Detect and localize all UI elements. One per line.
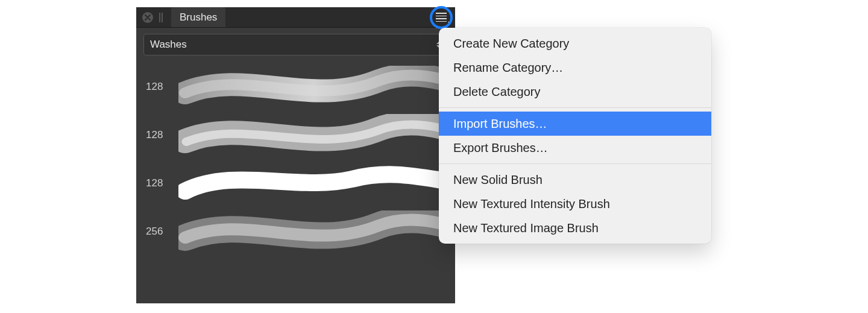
brush-list: 128 128 [136, 60, 455, 303]
menu-item-rename-category[interactable]: Rename Category… [439, 55, 711, 80]
menu-item-create-category[interactable]: Create New Category [439, 31, 711, 55]
brush-size-label: 256 [146, 226, 171, 238]
brush-size-label: 128 [146, 177, 171, 189]
brushes-panel: Brushes Washes 128 [136, 7, 455, 303]
brush-size-label: 128 [146, 81, 171, 93]
menu-item-new-textured-intensity-brush[interactable]: New Textured Intensity Brush [439, 192, 711, 216]
category-selected-label: Washes [150, 39, 187, 51]
tab-label: Brushes [180, 11, 217, 24]
drag-handle-icon[interactable] [159, 13, 165, 22]
menu-item-delete-category[interactable]: Delete Category [439, 80, 711, 104]
menu-item-export-brushes[interactable]: Export Brushes… [439, 136, 711, 160]
brush-row[interactable]: 256 [136, 207, 455, 256]
brush-size-label: 128 [146, 129, 171, 141]
brush-row[interactable]: 128 [136, 63, 455, 111]
menu-item-new-solid-brush[interactable]: New Solid Brush [439, 168, 711, 192]
panel-menu-button[interactable] [432, 8, 450, 27]
brush-preview-icon [178, 210, 445, 253]
menu-item-new-textured-image-brush[interactable]: New Textured Image Brush [439, 216, 711, 240]
brush-preview-icon [178, 114, 445, 156]
close-icon[interactable] [142, 12, 153, 23]
category-select[interactable]: Washes [143, 34, 448, 55]
brush-row[interactable]: 128 [136, 111, 455, 159]
panel-header: Brushes [136, 7, 455, 28]
brush-preview-icon [178, 66, 445, 108]
category-row: Washes [136, 28, 455, 60]
menu-separator [439, 107, 711, 108]
brush-row[interactable]: 128 [136, 159, 455, 207]
brush-preview-icon [178, 162, 445, 204]
highlight-ring-icon [430, 6, 453, 29]
menu-separator [439, 163, 711, 164]
menu-item-import-brushes[interactable]: Import Brushes… [439, 112, 711, 136]
tab-brushes[interactable]: Brushes [171, 7, 225, 27]
panel-context-menu: Create New Category Rename Category… Del… [439, 28, 711, 244]
